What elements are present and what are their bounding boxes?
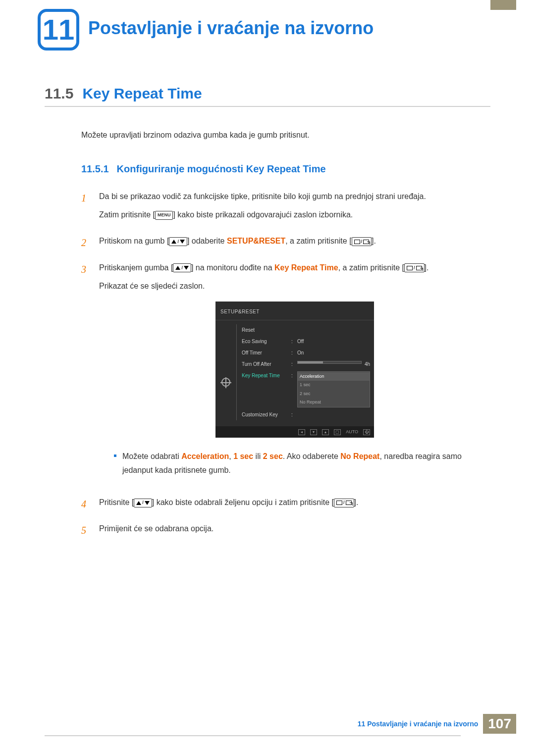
main-section: 11.5 Key Repeat Time Možete upravljati b… xyxy=(0,50,535,540)
bullet-icon xyxy=(114,454,116,457)
osd-row-custkey: Customized Key : xyxy=(242,409,370,420)
step-1-line-1: Da bi se prikazao vodič za funkcijske ti… xyxy=(99,190,490,203)
osd-value xyxy=(297,360,362,368)
osd-colon: : xyxy=(291,337,297,346)
step-4: 4 Pritisnite [/] kako biste odabrali žel… xyxy=(81,496,490,514)
step-body: Pritiskanjem gumba [/] na monitoru dođit… xyxy=(99,261,490,488)
text: ]. xyxy=(354,498,359,506)
bullet-note: Možete odabrati Acceleration, 1 sec ili … xyxy=(114,450,490,481)
text: , a zatim pritisnite [ xyxy=(338,263,404,272)
osd-colon: : xyxy=(291,349,297,357)
subsection-number: 11.5.1 xyxy=(81,163,109,175)
step-number: 3 xyxy=(81,261,91,488)
osd-colon: : xyxy=(291,360,297,368)
text: ] kako biste odabrali željenu opciju i z… xyxy=(152,498,334,506)
osd-colon: : xyxy=(291,371,297,407)
step-3: 3 Pritiskanjem gumba [/] na monitoru dođ… xyxy=(81,261,490,488)
keyword: 1 sec xyxy=(233,452,253,460)
osd-nav-icon: ▴ xyxy=(322,429,329,435)
step-number: 4 xyxy=(81,496,91,514)
text: Zatim pritisnite [ xyxy=(99,210,155,219)
subsection: 11.5.1 Konfiguriranje mogućnosti Key Rep… xyxy=(81,163,490,540)
step-4-text: Pritisnite [/] kako biste odabrali želje… xyxy=(99,496,490,509)
footer-divider xyxy=(45,735,461,736)
osd-label: Eco Saving xyxy=(242,337,291,346)
osd-row-offtimer: Off Timer : On xyxy=(242,347,370,358)
step-3-extra: Prikazat će se sljedeći zaslon. xyxy=(99,279,490,293)
bullet-text: Možete odabrati Acceleration, 1 sec ili … xyxy=(122,450,490,476)
chapter-title: Postavljanje i vraćanje na izvorno xyxy=(88,18,374,39)
step-body: Da bi se prikazao vodič za funkcijske ti… xyxy=(99,190,490,226)
text: , a zatim pritisnite [ xyxy=(285,237,351,245)
osd-nav-icon: ▢ xyxy=(334,429,341,435)
osd-row-keyrepeat: Key Repeat Time : Acceleration 1 sec 2 s… xyxy=(242,370,370,409)
osd-row-eco: Eco Saving : Off xyxy=(242,336,370,347)
osd-label: Turn Off After xyxy=(242,360,291,368)
step-body: Pritisnite [/] kako biste odabrali želje… xyxy=(99,496,490,514)
osd-dropdown: Acceleration 1 sec 2 sec No Repeat xyxy=(297,371,370,407)
osd-value: On xyxy=(297,349,370,357)
osd-label: Reset xyxy=(242,326,291,334)
footer-text: 11 Postavljanje i vraćanje na izvorno xyxy=(358,720,479,728)
osd-label: Key Repeat Time xyxy=(242,371,291,407)
osd-label: Off Timer xyxy=(242,349,291,357)
osd-menu-column: Reset Eco Saving : Off Off Timer : xyxy=(236,324,370,420)
osd-nav-icon: ◂ xyxy=(298,429,305,435)
keyword: Key Repeat Time xyxy=(274,263,338,272)
page-number: 107 xyxy=(483,714,516,734)
enter-icon: / xyxy=(334,499,354,507)
section-heading: 11.5 Key Repeat Time xyxy=(45,85,490,107)
text: ]. xyxy=(372,237,376,245)
osd-option: No Repeat xyxy=(298,398,370,406)
text: Pritiskanjem gumba [ xyxy=(99,263,173,272)
gear-icon xyxy=(221,378,230,387)
steps-list: 1 Da bi se prikazao vodič za funkcijske … xyxy=(81,190,490,540)
up-down-icon: / xyxy=(173,263,191,272)
text: Pritiskom na gumb [ xyxy=(99,237,169,245)
step-number: 5 xyxy=(81,522,91,540)
osd-title: SETUP&RESET xyxy=(215,305,374,320)
text: , xyxy=(229,452,233,460)
osd-nav-icon: ▾ xyxy=(310,429,317,435)
top-stripe xyxy=(490,0,516,10)
osd-screenshot: SETUP&RESET Reset Eco Saving xyxy=(215,302,374,438)
text: Možete odabrati xyxy=(122,452,181,460)
osd-label: Customized Key xyxy=(242,410,291,419)
osd-colon: : xyxy=(291,410,297,419)
chapter-header: 11 Postavljanje i vraćanje na izvorno xyxy=(0,0,535,50)
page-footer: 11 Postavljanje i vraćanje na izvorno 10… xyxy=(358,714,516,734)
up-down-icon: / xyxy=(134,499,152,507)
osd-slider xyxy=(297,361,362,364)
up-down-icon: / xyxy=(169,237,187,246)
step-1-line-2: Zatim pritisnite [MENU] kako biste prika… xyxy=(99,208,490,221)
subsection-title: Konfiguriranje mogućnosti Key Repeat Tim… xyxy=(117,163,326,175)
osd-value: Off xyxy=(297,337,370,346)
osd-option-selected: Acceleration xyxy=(298,372,370,381)
section-title: Key Repeat Time xyxy=(82,85,202,102)
osd-footer: ◂ ▾ ▴ ▢ AUTO ⏻ xyxy=(215,426,374,438)
text: . Ako odaberete xyxy=(283,452,341,460)
enter-icon: / xyxy=(352,237,372,246)
text: ] kako biste prikazali odgovarajući zasl… xyxy=(173,210,353,219)
osd-gear-column xyxy=(219,324,232,420)
step-1: 1 Da bi se prikazao vodič za funkcijske … xyxy=(81,190,490,226)
osd-power-icon: ⏻ xyxy=(363,429,370,435)
step-number: 2 xyxy=(81,234,91,252)
section-number: 11.5 xyxy=(45,85,73,102)
text: Pritisnite [ xyxy=(99,498,134,506)
keyword: 2 sec xyxy=(263,452,283,460)
text: ] na monitoru dođite na xyxy=(191,263,274,272)
osd-option: 2 sec xyxy=(298,390,370,398)
enter-icon: / xyxy=(404,263,425,272)
osd-row-turnoff: Turn Off After : 4h xyxy=(242,358,370,370)
text: ili xyxy=(253,452,263,460)
osd-auto-label: AUTO xyxy=(346,428,358,436)
keyword: Acceleration xyxy=(181,452,229,460)
osd-body: Reset Eco Saving : Off Off Timer : xyxy=(215,320,374,426)
step-2-text: Pritiskom na gumb [/] odaberite SETUP&RE… xyxy=(99,234,490,248)
step-5-text: Primijenit će se odabrana opcija. xyxy=(99,522,490,535)
osd-row-reset: Reset xyxy=(242,324,370,336)
text: ]. xyxy=(425,263,429,272)
step-body: Primijenit će se odabrana opcija. xyxy=(99,522,490,540)
osd-value-text: 4h xyxy=(365,360,370,368)
